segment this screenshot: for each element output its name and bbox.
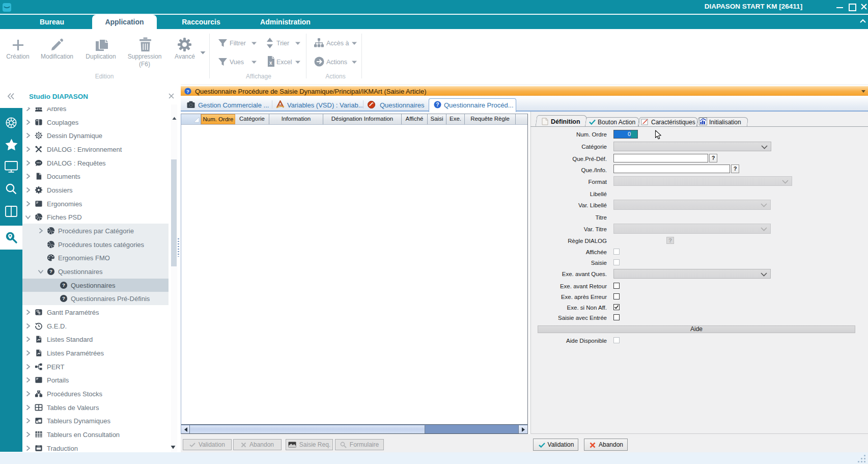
svg-text:?: ? <box>186 89 189 94</box>
svg-text:x: x <box>269 60 272 66</box>
svg-text:?: ? <box>436 101 439 107</box>
